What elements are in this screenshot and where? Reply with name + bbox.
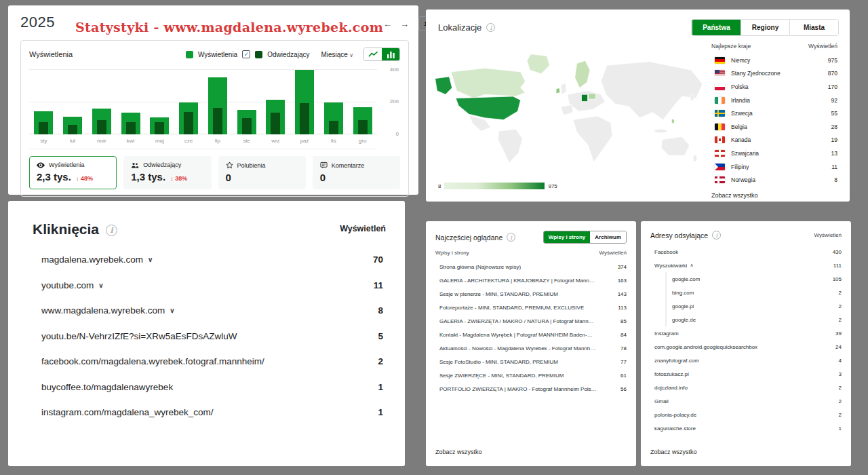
referrer-row[interactable]: fotoszukacz.pl 3 — [650, 367, 842, 381]
info-icon[interactable] — [507, 233, 515, 242]
referrers-see-all-link[interactable]: Zobacz wszystko — [650, 449, 697, 455]
summary-views-card[interactable]: Wyświetlenia 2,3 tys.↓ 48% — [29, 156, 117, 189]
top-posts-see-all-link[interactable]: Zobacz wszystko — [435, 449, 482, 455]
info-icon[interactable] — [106, 225, 117, 236]
month-bar-group[interactable] — [90, 69, 113, 134]
location-tab[interactable]: Miasta — [789, 20, 838, 35]
country-row[interactable]: Belgia 28 — [710, 120, 839, 134]
month-bar-group[interactable] — [206, 69, 229, 134]
post-row[interactable]: Aktualności - Nowości - Magdalena Wyrebe… — [435, 341, 627, 355]
month-bar-group[interactable] — [177, 69, 200, 134]
next-period-arrow-icon[interactable]: → — [400, 19, 409, 29]
click-row[interactable]: www.magdalena.wyrebek.com ∨ 8 — [33, 298, 386, 324]
post-row[interactable]: GALERIA - ZWIERZĘTA / MAKRO / NATURA | F… — [435, 314, 627, 328]
summary-likes-card[interactable]: Polubienia 0 — [218, 156, 306, 189]
click-row[interactable]: youtu.be/N-VehrzIZfE?si=XRw5aEsFDsAZwluW… — [33, 324, 386, 349]
click-row[interactable]: magdalena.wyrebek.com ∨ 70 — [33, 247, 386, 273]
post-row[interactable]: GALERIA - ARCHITEKTURA | KRAJOBRAZY | Fo… — [435, 273, 627, 287]
top-posts-tab[interactable]: Wpisy i strony — [544, 231, 591, 243]
flag-icon — [715, 57, 725, 64]
month-bar-group[interactable] — [351, 69, 374, 134]
country-row[interactable]: Filipiny 11 — [710, 160, 839, 174]
post-title: Kontakt - Magdalena Wyrębek | Fotograf M… — [435, 332, 597, 338]
post-row[interactable]: PORTFOLIO ZWIERZĘTA | MAKRO - Fotograf M… — [435, 382, 627, 396]
month-bar-group[interactable] — [119, 69, 142, 134]
interval-dropdown[interactable]: Miesiące — [321, 51, 353, 58]
referrer-row[interactable]: Instagram 39 — [650, 326, 842, 340]
post-row[interactable]: Sesje ZWIERZĘCE - MINI, STANDARD, PREMIU… — [435, 368, 627, 382]
month-bar-group[interactable] — [322, 69, 345, 134]
month-bar-group[interactable] — [61, 69, 84, 134]
referrer-row[interactable]: znanyfotograf.com 4 — [650, 354, 842, 367]
world-map[interactable]: 8 975 — [429, 36, 710, 191]
prev-period-arrow-icon[interactable]: ← — [383, 19, 392, 29]
referrer-row[interactable]: dojczland.info 2 — [650, 381, 842, 394]
post-row[interactable]: Fotoreportaże - MINI, STANDARD, PREMIUM,… — [435, 301, 627, 314]
referrer-row[interactable]: bing.com 2 — [650, 286, 842, 299]
click-row[interactable]: youtube.com ∨ 11 — [33, 273, 386, 299]
country-name: Szwecja — [731, 110, 753, 117]
referrer-row[interactable]: Wyszukiwarki ∧ 111 — [650, 259, 842, 272]
clicks-list: magdalena.wyrebek.com ∨ 70 youtube.com ∨… — [8, 238, 405, 425]
referrers-panel: Adresy odsyłające Wyświetleń Facebook 43… — [641, 221, 851, 466]
map-australia — [661, 136, 690, 155]
bar-chart-toggle[interactable] — [382, 48, 399, 60]
summary-visitors-card[interactable]: Odwiedzający 1,3 tys.↓ 38% — [123, 156, 211, 189]
top-posts-tab[interactable]: Archiwum — [590, 231, 626, 243]
chevron-down-icon[interactable]: ∨ — [148, 256, 153, 263]
chevron-down-icon[interactable]: ∨ — [98, 282, 103, 289]
y-tick: 0 — [396, 131, 399, 137]
click-row[interactable]: instagram.com/magdalena_wyrebek_com/ 1 — [33, 400, 386, 425]
referrer-row[interactable]: Facebook 430 — [650, 245, 842, 259]
country-row[interactable]: Stany Zjednoczone 870 — [710, 67, 839, 81]
line-chart-toggle[interactable] — [364, 48, 382, 60]
comment-icon — [320, 162, 328, 169]
month-bar-group[interactable] — [293, 69, 316, 134]
post-row[interactable]: Sesje w plenerze - MINI, STANDARD, PREMI… — [435, 287, 627, 301]
country-name: Norwegia — [731, 176, 755, 183]
click-row[interactable]: facebook.com/magdalena.wyrebek.fotograf.… — [33, 349, 386, 375]
x-axis-labels: stylutmarkwimajczelipsiewrzpaźlisgru — [29, 134, 377, 149]
country-row[interactable]: Kanada 19 — [710, 134, 839, 147]
referrer-label: google.com — [667, 276, 700, 282]
referrer-row[interactable]: google.pl 2 — [650, 299, 842, 313]
chevron-down-icon[interactable]: ∨ — [170, 307, 174, 314]
referrer-row[interactable]: kaguiralche.store 1 — [650, 421, 842, 435]
month-bar-group[interactable] — [264, 69, 287, 134]
month-bar-group[interactable] — [32, 69, 55, 134]
post-title: PORTFOLIO ZWIERZĘTA | MAKRO - Fotograf M… — [435, 386, 597, 392]
top-posts-panel: Najczęściej oglądane Wpisy i stronyArchi… — [426, 221, 636, 466]
country-row[interactable]: Irlandia 92 — [710, 94, 839, 107]
location-tab[interactable]: Regiony — [741, 20, 789, 35]
country-views: 28 — [831, 124, 839, 130]
referrer-views: 105 — [833, 276, 842, 282]
referrer-row[interactable]: google.de 2 — [650, 313, 842, 326]
post-row[interactable]: Kontakt - Magdalena Wyrębek | Fotograf M… — [435, 328, 627, 341]
click-row[interactable]: buycoffee.to/magdalenawyrebek 1 — [33, 375, 386, 400]
country-name: Szwajcaria — [731, 150, 759, 157]
country-row[interactable]: Szwecja 55 — [710, 107, 839, 120]
click-link-label: magdalena.wyrebek.com — [33, 254, 143, 265]
location-tab[interactable]: Państwa — [692, 20, 741, 35]
country-row[interactable]: Polska 170 — [710, 80, 839, 94]
star-icon — [226, 162, 233, 169]
chevron-up-icon[interactable]: ∧ — [690, 263, 693, 268]
click-views: 70 — [373, 254, 386, 265]
country-row[interactable]: Norwegia 8 — [710, 173, 839, 187]
month-bar-group[interactable] — [235, 69, 258, 134]
country-row[interactable]: Niemcy 975 — [710, 54, 839, 67]
referrer-row[interactable]: com.google.android.googlequicksearchbox … — [650, 340, 842, 354]
locations-title: Lokalizacje — [438, 22, 481, 33]
countries-see-all-link[interactable]: Zobacz wszystko — [710, 187, 839, 199]
visitors-checkbox[interactable] — [242, 50, 250, 58]
post-row[interactable]: Strona główna (Najnowsze wpisy) 374 — [435, 260, 627, 273]
summary-comments-card[interactable]: Komentarze 0 — [313, 156, 400, 189]
info-icon[interactable] — [486, 23, 495, 32]
referrer-row[interactable]: polonia-polacy.de 2 — [650, 408, 842, 421]
info-icon[interactable] — [712, 231, 721, 240]
referrer-row[interactable]: Gmail 2 — [650, 394, 842, 408]
month-bar-group[interactable] — [148, 69, 171, 134]
post-row[interactable]: Sesje FotoStudio - MINI, STANDARD, PREMI… — [435, 355, 627, 368]
country-row[interactable]: Szwajcaria 13 — [710, 147, 839, 160]
referrer-row[interactable]: google.com 105 — [650, 272, 842, 286]
